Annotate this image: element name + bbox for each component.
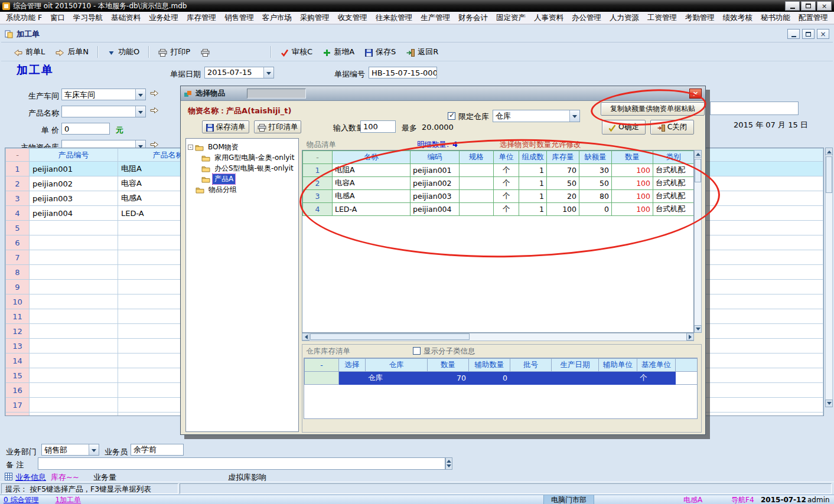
vertical-scrollbar[interactable]: [825, 148, 833, 407]
stock-cell: 仓库: [366, 372, 428, 385]
tree-item[interactable]: 办公S型电脑-银奥-onlyit: [186, 163, 298, 174]
table-row[interactable]: 1电阻Apeijian001个17030100台式机配: [303, 164, 694, 177]
menu-item[interactable]: 销售管理: [223, 12, 255, 24]
workshop-select[interactable]: 车床车间: [61, 89, 146, 100]
table-row[interactable]: 4LED-Apeijian004个11000100台式机配: [303, 203, 694, 216]
table-row[interactable]: 仓库700个: [305, 372, 698, 385]
doc-no-input[interactable]: HB-15-07-15-0001: [369, 67, 437, 78]
toolbar-add-button[interactable]: 新增A: [318, 45, 360, 59]
limit-warehouse-checkbox[interactable]: [448, 112, 455, 120]
items-table-header: 名称: [333, 151, 411, 164]
chevron-down-icon[interactable]: [135, 106, 145, 117]
row-number-cell: 12: [6, 324, 30, 339]
menu-item[interactable]: 绩效考核: [722, 12, 754, 24]
menu-item[interactable]: 生产管理: [419, 12, 451, 24]
tree-item[interactable]: 产品A: [186, 174, 298, 184]
tree-item[interactable]: -BOM物资: [186, 142, 298, 152]
hand-pointer-icon[interactable]: [150, 107, 160, 115]
table-row[interactable]: 3电感Apeijian003个12080100台式机配: [303, 190, 694, 203]
hand-pointer-icon[interactable]: [150, 90, 160, 98]
scroll-up-button[interactable]: [825, 148, 833, 155]
agent-input[interactable]: 余学前: [131, 444, 184, 456]
items-vertical-scrollbar[interactable]: [694, 150, 702, 333]
window-minimize-button[interactable]: [785, 1, 800, 11]
note-spinner[interactable]: [445, 457, 452, 470]
show-subclass-checkbox[interactable]: [413, 347, 421, 355]
menu-item[interactable]: 人事资料: [533, 12, 565, 24]
chevron-down-icon[interactable]: [569, 110, 579, 122]
scrollbar-thumb[interactable]: [826, 156, 832, 193]
tree-item[interactable]: 家用G型电脑-金奥-onlyit: [186, 152, 298, 163]
menu-item[interactable]: 窗口: [49, 12, 66, 24]
table-row[interactable]: 2电容Apeijian002个15050100台式机配: [303, 177, 694, 190]
qty-input[interactable]: 100: [360, 120, 396, 133]
price-input[interactable]: 0: [61, 123, 110, 135]
menu-item[interactable]: 往来款管理: [374, 12, 414, 24]
window-restore-button[interactable]: [801, 1, 816, 11]
child-close-button[interactable]: ×: [817, 29, 829, 39]
menu-item[interactable]: 秘书功能: [760, 12, 791, 24]
taskbar-status-item: 2015-07-12: [761, 495, 806, 504]
ok-button[interactable]: O确定: [602, 120, 646, 135]
right-side-input[interactable]: [710, 102, 799, 115]
page-title: 加工单: [17, 63, 54, 78]
menu-item[interactable]: 人力资源: [608, 12, 640, 24]
scrollbar-thumb[interactable]: [695, 159, 701, 182]
scroll-down-button[interactable]: [694, 325, 702, 333]
chevron-down-icon[interactable]: [263, 67, 273, 78]
toolbar-printer2-button[interactable]: [196, 46, 215, 58]
menu-item[interactable]: 系统功能 F: [5, 12, 43, 24]
toolbar-func-button[interactable]: 功能O: [102, 45, 145, 59]
menu-item[interactable]: 学习导航: [72, 12, 104, 24]
menu-item[interactable]: 业务处理: [148, 12, 180, 24]
material-label: 物资名称：: [188, 106, 226, 115]
menu-item[interactable]: 财务会计: [457, 12, 489, 24]
close-label: C关闭: [667, 122, 688, 132]
window-close-button[interactable]: ×: [817, 1, 832, 11]
scroll-up-button[interactable]: [694, 150, 702, 158]
chevron-down-icon[interactable]: [89, 444, 99, 455]
toolbar-audit-button[interactable]: 审核C: [275, 45, 318, 59]
menu-item[interactable]: 采购管理: [299, 12, 331, 24]
toolbar-back-button[interactable]: 返回R: [401, 45, 444, 59]
menu-item[interactable]: 考勤管理: [684, 12, 716, 24]
tree-item[interactable]: 物品分组: [186, 184, 298, 195]
toolbar-save-button[interactable]: 保存S: [360, 45, 401, 59]
save-list-button[interactable]: 保存清单: [202, 120, 249, 133]
print-list-button[interactable]: 打印清单: [254, 120, 301, 133]
toolbar-prev-button[interactable]: 前单L: [8, 45, 50, 59]
taskbar-status-item[interactable]: 电脑门市部: [543, 495, 594, 504]
tree-expander-icon[interactable]: -: [188, 145, 193, 150]
dialog-close-button[interactable]: ×: [689, 89, 702, 99]
menu-item[interactable]: 客户市场: [261, 12, 293, 24]
menu-item[interactable]: 基础资料: [110, 12, 142, 24]
scroll-down-button[interactable]: [825, 400, 833, 407]
titlebar-inset-box[interactable]: [247, 89, 306, 99]
menu-item[interactable]: 办公管理: [571, 12, 602, 24]
taskbar-window-button[interactable]: 1加工单: [55, 495, 81, 504]
child-restore-button[interactable]: [802, 29, 815, 39]
scroll-right-button[interactable]: [686, 333, 694, 341]
taskbar-window-button[interactable]: 0 综合管理: [4, 495, 38, 504]
product-select[interactable]: [61, 106, 146, 117]
close-button[interactable]: C关闭: [650, 120, 694, 135]
toolbar-next-button[interactable]: 后单N: [50, 45, 94, 59]
menu-item[interactable]: 库存管理: [185, 12, 217, 24]
check-red-icon: [281, 48, 289, 57]
menu-item[interactable]: 收支管理: [337, 12, 369, 24]
menu-item[interactable]: 配置管理: [797, 12, 829, 24]
copy-shortage-button[interactable]: 复制缺额量供物资单据粘贴: [601, 102, 705, 116]
chevron-down-icon[interactable]: [135, 89, 145, 100]
scrollbar-thumb[interactable]: [310, 333, 470, 340]
doc-date-select[interactable]: 2015-07-15: [204, 67, 274, 78]
product-code-cell: [30, 368, 118, 383]
menu-item[interactable]: 工资管理: [646, 12, 678, 24]
warehouse-select[interactable]: 仓库: [493, 110, 580, 122]
items-horizontal-scrollbar[interactable]: [302, 333, 694, 341]
toolbar-print-button[interactable]: 打印P: [153, 45, 196, 59]
menu-item[interactable]: 固定资产: [495, 12, 527, 24]
child-minimize-button[interactable]: [787, 29, 800, 39]
dept-select[interactable]: 销售部: [41, 444, 99, 456]
note-input[interactable]: [38, 457, 445, 470]
scroll-left-button[interactable]: [302, 333, 310, 341]
